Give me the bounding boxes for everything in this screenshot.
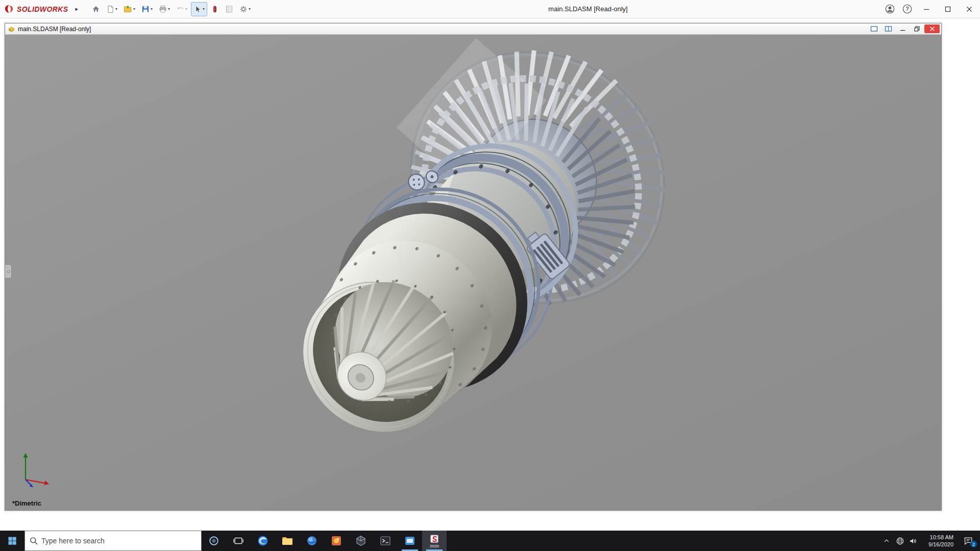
app-titlebar[interactable]: SOLIDWORKS ▸ ▾ ▾ ▾ [0,0,980,18]
document-controls [867,24,940,33]
network-button[interactable] [893,531,906,551]
cortana-icon [208,535,219,546]
blue-app-icon [404,535,416,547]
restore-icon [914,26,920,32]
cortana-button[interactable] [202,531,226,551]
viewport-layout-button-2[interactable] [881,24,895,33]
globe-browser-icon [306,535,318,547]
viewport-layout-button-1[interactable] [867,24,880,33]
document-window: main.SLDASM [Read-only] [5,23,942,511]
solidworks-year-label: 2020 [430,544,439,548]
help-button[interactable]: ? [898,0,916,18]
dropdown-icon: ▾ [168,7,170,11]
windows-logo-icon [7,536,17,546]
doc-restore-button[interactable] [910,24,923,33]
start-button[interactable] [0,531,24,551]
close-icon [929,26,935,32]
task-pane-handle-icon [7,270,10,273]
new-document-button[interactable]: ▾ [104,2,120,16]
volume-icon [909,536,918,546]
edge-icon [257,535,269,547]
minimize-icon [900,26,905,32]
undo-icon [176,5,184,13]
svg-text:?: ? [905,6,909,12]
account-button[interactable] [881,0,898,18]
cube-app-button[interactable] [349,531,373,551]
task-view-icon [233,535,244,546]
doc-close-button[interactable] [924,24,940,33]
dassault-logo-icon [4,5,14,14]
notification-badge: 2 [970,541,977,547]
blue-app-button[interactable] [398,531,422,551]
new-document-icon [106,5,114,13]
document-title: main.SLDASM [Read-only] [18,26,91,33]
select-button[interactable]: ▾ [191,2,207,16]
system-tray: 10:58 AM 9/16/2020 2 [880,531,980,551]
search-icon [29,536,38,545]
gear-icon [239,5,248,13]
toolbar-expand-icon[interactable]: ▸ [75,6,78,12]
solidworks-tile: 2020 [429,534,440,548]
titlebar-right: ? [881,0,980,18]
document-titlebar[interactable]: main.SLDASM [Read-only] [5,23,941,35]
design-table-icon [225,5,233,13]
dropdown-icon: ▾ [249,7,251,11]
dropdown-icon: ▾ [203,7,205,11]
assembly-document-icon [8,26,15,33]
viewport-single-icon [870,26,878,32]
photos-app-icon [330,535,342,547]
dropdown-icon: ▾ [151,7,153,11]
open-folder-icon [124,5,132,13]
jet-engine-model [5,35,941,510]
undo-button[interactable]: ▾ [174,2,190,16]
print-icon [159,5,167,13]
volume-button[interactable] [906,531,920,551]
app-maximize-button[interactable] [937,0,959,18]
clock-date: 9/16/2020 [928,541,953,548]
snapshot-icon [211,5,219,13]
photos-app-button[interactable] [324,531,349,551]
app-close-button[interactable] [959,0,980,18]
taskbar: 2020 10:58 AM 9/16/2020 2 [0,531,980,551]
maximize-icon [945,6,951,12]
dropdown-icon: ▾ [115,7,117,11]
minimize-icon [923,6,929,12]
browser-button[interactable] [300,531,324,551]
quick-access-toolbar: ▾ ▾ ▾ ▾ ▾ [89,2,253,16]
client-area: main.SLDASM [Read-only] [0,18,980,531]
task-pane-tab[interactable] [5,264,12,279]
clock-time: 10:58 AM [930,534,953,541]
open-button[interactable]: ▾ [121,2,138,16]
snapshot-button[interactable] [208,2,222,16]
taskbar-search[interactable] [24,531,202,551]
save-button[interactable]: ▾ [139,2,155,16]
options-button[interactable]: ▾ [237,2,253,16]
orientation-triad [16,449,54,489]
file-explorer-icon [281,535,293,547]
doc-minimize-button[interactable] [896,24,909,33]
app-minimize-button[interactable] [916,0,937,18]
dropdown-icon: ▾ [133,7,135,11]
account-icon [885,4,895,14]
solidworks-app-button[interactable]: 2020 [422,531,447,551]
search-input[interactable] [41,537,197,545]
design-table-button[interactable] [223,2,236,16]
chevron-up-icon [882,536,891,545]
home-icon [92,5,100,13]
save-icon [141,5,150,13]
network-globe-icon [895,536,905,546]
task-view-button[interactable] [226,531,251,551]
home-button[interactable] [89,2,103,16]
graphics-viewport[interactable]: *Dimetric [5,35,941,510]
action-center-button[interactable]: 2 [957,531,980,551]
file-explorer-button[interactable] [275,531,300,551]
app-title: main.SLDASM [Read-only] [548,5,627,13]
select-arrow-icon [193,5,202,13]
console-app-button[interactable] [373,531,398,551]
help-icon: ? [902,4,912,14]
print-button[interactable]: ▾ [156,2,173,16]
viewport-split-icon [885,26,892,32]
taskbar-clock[interactable]: 10:58 AM 9/16/2020 [920,531,957,551]
edge-button[interactable] [251,531,275,551]
hidden-icons-button[interactable] [880,531,893,551]
